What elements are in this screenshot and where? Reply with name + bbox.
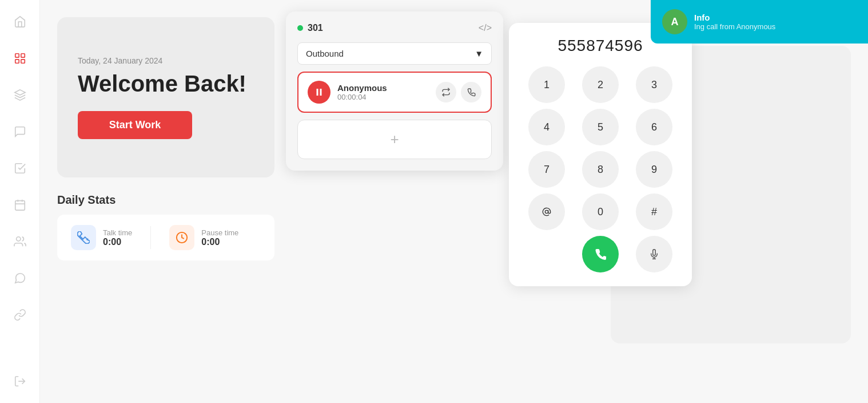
pause-time-value: 0:00: [201, 237, 238, 247]
svg-rect-2: [15, 60, 18, 63]
dialpad-key-7[interactable]: 7: [528, 151, 565, 188]
dialpad-key-9[interactable]: 9: [636, 151, 672, 188]
svg-rect-0: [15, 54, 18, 57]
sidebar-item-layers[interactable]: [10, 85, 30, 105]
svg-rect-13: [320, 89, 322, 96]
sidebar-item-messages[interactable]: [10, 268, 30, 289]
notif-text: Info Ing call from Anonymous: [694, 13, 775, 31]
welcome-date: Today, 24 January 2024: [78, 56, 254, 65]
svg-marker-4: [14, 90, 25, 95]
dialpad-key-at[interactable]: [528, 193, 565, 230]
sidebar-item-logout[interactable]: [10, 371, 30, 392]
call-timer: 00:00:04: [337, 93, 429, 101]
talk-time-info: Talk time 0:00: [103, 228, 132, 247]
dialpad-panel: 555874596 1 2 3 4 5 6 7 8 9 0 #: [509, 23, 692, 286]
start-work-button[interactable]: Start Work: [78, 111, 192, 139]
svg-rect-3: [21, 60, 24, 63]
call-end-button[interactable]: [461, 82, 481, 102]
talk-time-stat: Talk time 0:00: [71, 225, 132, 250]
call-transfer-button[interactable]: [436, 82, 456, 102]
dialpad-mic-button[interactable]: [636, 236, 672, 272]
dialpad-key-6[interactable]: 6: [636, 109, 672, 145]
dialpad-key-4[interactable]: 4: [528, 109, 565, 145]
dialpad-key-8[interactable]: 8: [582, 151, 619, 188]
phone-status: 301: [297, 23, 323, 33]
sidebar-item-tasks[interactable]: [10, 158, 30, 179]
dialpad-grid: 1 2 3 4 5 6 7 8 9: [523, 66, 678, 188]
status-dot: [297, 25, 303, 31]
pause-time-label: Pause time: [201, 228, 238, 237]
call-actions: [436, 82, 481, 102]
call-name: Anonymous: [337, 83, 429, 93]
stats-divider: [150, 226, 151, 249]
pause-time-stat: Pause time 0:00: [169, 225, 238, 250]
svg-point-9: [16, 237, 20, 241]
direction-dropdown[interactable]: Outbound ▼: [297, 42, 492, 65]
dialpad-key-2[interactable]: 2: [582, 66, 619, 103]
notif-avatar: A: [662, 9, 687, 34]
welcome-title: Welcome Back!: [78, 70, 254, 97]
dialpad-key-3[interactable]: 3: [636, 66, 672, 103]
dialpad-call-button[interactable]: [582, 236, 619, 272]
phone-number: 301: [308, 23, 323, 33]
sidebar-item-chat[interactable]: [10, 121, 30, 142]
svg-rect-12: [317, 89, 318, 96]
welcome-card: Today, 24 January 2024 Welcome Back! Sta…: [57, 17, 274, 177]
sidebar-item-calendar[interactable]: [10, 195, 30, 215]
call-info: Anonymous 00:00:04: [337, 83, 429, 101]
sidebar-item-users[interactable]: [10, 231, 30, 252]
sidebar-item-links[interactable]: [10, 305, 30, 325]
chevron-down-icon: ▼: [475, 49, 483, 58]
dialpad-key-0[interactable]: 0: [582, 193, 619, 230]
notif-title: Info: [694, 13, 775, 22]
dialpad-key-1[interactable]: 1: [528, 66, 565, 103]
add-call-button[interactable]: +: [297, 120, 492, 159]
svg-rect-1: [21, 54, 24, 57]
svg-point-14: [545, 210, 548, 213]
phone-panel: 301 </> Outbound ▼ Anonymous 00:00:04: [286, 11, 503, 171]
call-item: Anonymous 00:00:04: [297, 72, 492, 113]
stats-card: Talk time 0:00 Pause time 0:00: [57, 215, 274, 260]
notification-banner: A Info Ing call from Anonymous: [651, 0, 868, 44]
sidebar: [0, 0, 40, 403]
phone-header: 301 </>: [297, 23, 492, 33]
svg-rect-5: [15, 201, 25, 211]
main-content: Today, 24 January 2024 Welcome Back! Sta…: [40, 0, 868, 403]
call-pause-icon-btn[interactable]: [308, 81, 331, 104]
sidebar-item-home[interactable]: [10, 11, 30, 32]
dialpad-key-hash[interactable]: #: [636, 193, 672, 230]
dialpad-bottom-row: 0 #: [523, 193, 678, 230]
code-icon[interactable]: </>: [479, 23, 492, 33]
plus-icon: +: [390, 131, 399, 148]
talk-time-label: Talk time: [103, 228, 132, 237]
direction-label: Outbound: [306, 49, 344, 58]
talk-time-value: 0:00: [103, 237, 132, 247]
sidebar-item-apps[interactable]: [10, 48, 30, 69]
notif-subtitle: Ing call from Anonymous: [694, 22, 775, 31]
dialpad-key-5[interactable]: 5: [582, 109, 619, 145]
pause-time-info: Pause time 0:00: [201, 228, 238, 247]
pause-time-icon-wrap: [169, 225, 194, 250]
talk-time-icon-wrap: [71, 225, 96, 250]
